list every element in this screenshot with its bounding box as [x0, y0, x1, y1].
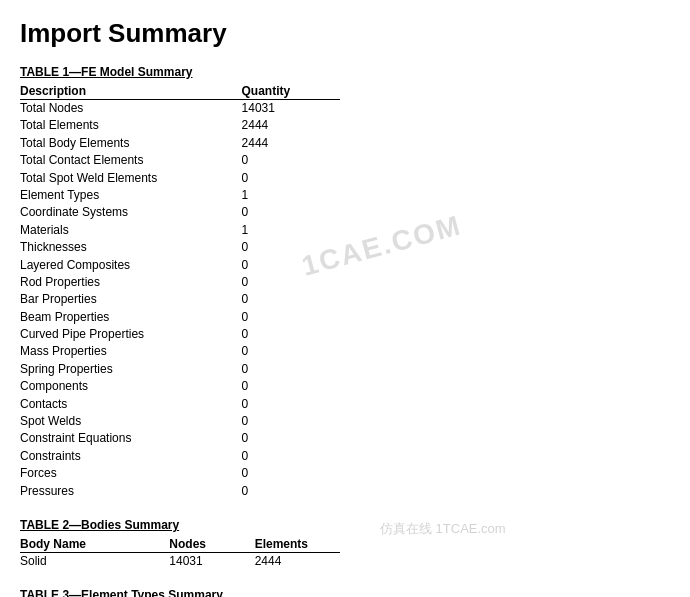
table-row: Curved Pipe Properties0: [20, 326, 340, 343]
table3-section: TABLE 3—Element Types Summary Generic El…: [20, 588, 670, 597]
table-row: Pressures0: [20, 483, 340, 500]
table-row: Beam Properties0: [20, 309, 340, 326]
table1-cell-qty: 0: [242, 326, 340, 343]
table1-cell-qty: 0: [242, 413, 340, 430]
table1-cell-qty: 2444: [242, 117, 340, 134]
table-row: Total Body Elements2444: [20, 135, 340, 152]
table3-title: TABLE 3—Element Types Summary: [20, 588, 670, 597]
table1: Description Quantity Total Nodes14031Tot…: [20, 83, 340, 500]
table-row: Bar Properties0: [20, 291, 340, 308]
table1-cell-desc: Coordinate Systems: [20, 204, 242, 221]
table-row: Constraints0: [20, 448, 340, 465]
table-row: Solid140312444: [20, 552, 340, 570]
table1-cell-desc: Constraints: [20, 448, 242, 465]
table1-cell-qty: 0: [242, 274, 340, 291]
table-row: Spot Welds0: [20, 413, 340, 430]
table1-cell-desc: Rod Properties: [20, 274, 242, 291]
table1-cell-qty: 14031: [242, 100, 340, 118]
table-row: Contacts0: [20, 396, 340, 413]
table1-cell-desc: Beam Properties: [20, 309, 242, 326]
table2-cell: 2444: [255, 552, 340, 570]
table-row: Element Types1: [20, 187, 340, 204]
table-row: Total Contact Elements0: [20, 152, 340, 169]
table1-cell-desc: Total Elements: [20, 117, 242, 134]
table1-section: TABLE 1—FE Model Summary Description Qua…: [20, 65, 670, 500]
table1-cell-desc: Materials: [20, 222, 242, 239]
table-row: Total Nodes14031: [20, 100, 340, 118]
table1-cell-desc: Mass Properties: [20, 343, 242, 360]
table-row: Thicknesses0: [20, 239, 340, 256]
table1-cell-desc: Components: [20, 378, 242, 395]
table1-cell-desc: Total Body Elements: [20, 135, 242, 152]
table1-cell-qty: 0: [242, 483, 340, 500]
table2-col-elements: Elements: [255, 536, 340, 553]
table1-cell-desc: Total Nodes: [20, 100, 242, 118]
table1-cell-desc: Spring Properties: [20, 361, 242, 378]
table1-cell-qty: 2444: [242, 135, 340, 152]
table1-cell-desc: Constraint Equations: [20, 430, 242, 447]
table2: Body Name Nodes Elements Solid140312444: [20, 536, 340, 570]
table1-cell-qty: 0: [242, 239, 340, 256]
table1-cell-desc: Contacts: [20, 396, 242, 413]
table-row: Rod Properties0: [20, 274, 340, 291]
table1-cell-qty: 1: [242, 187, 340, 204]
table1-cell-qty: 0: [242, 309, 340, 326]
table1-cell-desc: Curved Pipe Properties: [20, 326, 242, 343]
table-row: Components0: [20, 378, 340, 395]
table1-cell-qty: 1: [242, 222, 340, 239]
table1-cell-qty: 0: [242, 170, 340, 187]
table2-col-body: Body Name: [20, 536, 169, 553]
table1-col-description: Description: [20, 83, 242, 100]
table-row: Forces0: [20, 465, 340, 482]
table1-cell-qty: 0: [242, 378, 340, 395]
table1-cell-desc: Bar Properties: [20, 291, 242, 308]
table1-cell-desc: Spot Welds: [20, 413, 242, 430]
table1-cell-desc: Thicknesses: [20, 239, 242, 256]
table2-title: TABLE 2—Bodies Summary: [20, 518, 670, 532]
table1-cell-desc: Total Contact Elements: [20, 152, 242, 169]
table-row: Constraint Equations0: [20, 430, 340, 447]
table1-title: TABLE 1—FE Model Summary: [20, 65, 670, 79]
table1-cell-desc: Forces: [20, 465, 242, 482]
table1-cell-qty: 0: [242, 152, 340, 169]
table1-cell-qty: 0: [242, 257, 340, 274]
table1-cell-desc: Element Types: [20, 187, 242, 204]
table1-cell-qty: 0: [242, 448, 340, 465]
table1-cell-qty: 0: [242, 204, 340, 221]
table-row: Layered Composites0: [20, 257, 340, 274]
table-row: Coordinate Systems0: [20, 204, 340, 221]
table1-cell-desc: Pressures: [20, 483, 242, 500]
table1-cell-qty: 0: [242, 361, 340, 378]
table1-cell-qty: 0: [242, 343, 340, 360]
table-row: Total Elements2444: [20, 117, 340, 134]
table-row: Total Spot Weld Elements0: [20, 170, 340, 187]
table1-cell-qty: 0: [242, 291, 340, 308]
table-row: Mass Properties0: [20, 343, 340, 360]
table2-cell: Solid: [20, 552, 169, 570]
table1-cell-qty: 0: [242, 396, 340, 413]
table-row: Spring Properties0: [20, 361, 340, 378]
table2-section: TABLE 2—Bodies Summary Body Name Nodes E…: [20, 518, 670, 570]
table2-cell: 14031: [169, 552, 254, 570]
table2-col-nodes: Nodes: [169, 536, 254, 553]
table1-cell-qty: 0: [242, 430, 340, 447]
page-title: Import Summary: [20, 18, 670, 49]
table1-cell-qty: 0: [242, 465, 340, 482]
table1-col-quantity: Quantity: [242, 83, 340, 100]
table1-cell-desc: Total Spot Weld Elements: [20, 170, 242, 187]
table-row: Materials1: [20, 222, 340, 239]
table1-cell-desc: Layered Composites: [20, 257, 242, 274]
